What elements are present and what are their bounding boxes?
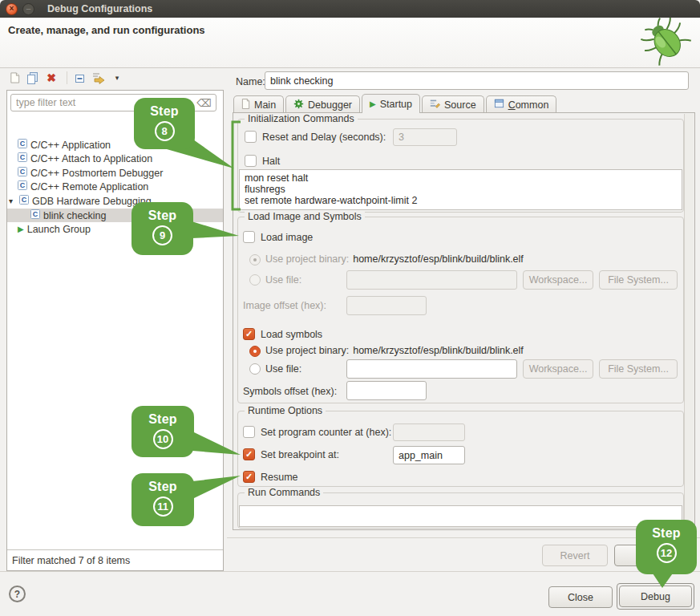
c-application-icon: C (18, 167, 27, 179)
symbols-workspace-button[interactable]: Workspace... (523, 359, 593, 379)
new-configuration-icon[interactable] (6, 71, 22, 85)
duplicate-configuration-icon[interactable] (25, 71, 41, 85)
toolbar-menu-caret-icon[interactable]: ▾ (109, 71, 125, 85)
collapse-all-icon[interactable] (72, 71, 88, 85)
image-file-input[interactable] (346, 270, 517, 290)
startup-tab-content: Initialization Commands ✓ Reset and Dela… (233, 112, 695, 530)
c-application-icon: C (19, 195, 29, 207)
filter-status: Filter matched 7 of 8 items (7, 549, 223, 570)
image-offset-input[interactable] (346, 296, 427, 315)
set-breakpoint-checkbox[interactable]: ✓ (243, 448, 255, 460)
dialog-header: Create, manage, and run configurations (0, 18, 700, 68)
tab-debugger[interactable]: Debugger (285, 95, 360, 113)
window-close-button[interactable]: × (6, 3, 18, 15)
source-pencil-icon (430, 99, 440, 111)
button-bar-separator (227, 537, 700, 538)
tree-item-label: GDB Hardware Debugging (32, 196, 152, 207)
run-commands-textarea[interactable] (239, 505, 682, 527)
minimize-icon: – (26, 5, 31, 13)
program-counter-input[interactable] (393, 424, 465, 441)
step-9-callout: Step 9 (132, 202, 193, 255)
name-label: Name: (236, 76, 265, 87)
image-project-binary-row: Use project binary: home/krzysztof/esp/b… (265, 253, 524, 265)
reset-delay-input[interactable] (393, 128, 457, 146)
symbols-offset-input[interactable] (346, 381, 427, 400)
name-input[interactable] (265, 71, 689, 90)
tree-item-label: C/C++ Application (30, 140, 111, 151)
group-title: Load Image and Symbols (245, 211, 365, 222)
play-icon: ▶ (370, 100, 376, 108)
load-image-symbols-group: Load Image and Symbols ✓ Load image Use … (237, 217, 684, 403)
symbols-file-input[interactable] (346, 359, 517, 379)
tab-common[interactable]: Common (486, 95, 557, 113)
symbols-filesystem-button[interactable]: File System... (599, 359, 678, 379)
tree-item-label: blink checking (43, 210, 107, 221)
tab-label: Common (508, 99, 549, 111)
debug-button-focus-ring: Debug (617, 583, 694, 610)
group-title: Run Commands (245, 487, 323, 498)
reset-and-delay-label: Reset and Delay (seconds): (262, 132, 386, 143)
use-file-label: Use file: (265, 363, 301, 375)
set-program-counter-checkbox[interactable]: ✓ (243, 426, 255, 438)
halt-label: Halt (262, 156, 280, 167)
tree-item-cpp-attach[interactable]: C C/C++ Attach to Application (7, 152, 223, 165)
project-binary-path: home/krzysztof/esp/blink/build/blink.elf (353, 253, 524, 265)
c-application-icon: C (18, 152, 27, 164)
tab-main[interactable]: Main (233, 95, 284, 113)
filter-launch-configurations-icon[interactable] (91, 71, 107, 85)
step-10-callout: Step 10 (132, 406, 194, 457)
delete-configuration-icon[interactable]: ✖ (43, 71, 59, 85)
resume-checkbox[interactable]: ✓ (243, 471, 255, 483)
callout-label: Step (148, 480, 176, 494)
tab-source[interactable]: Source (422, 95, 484, 113)
run-commands-group: Run Commands (237, 492, 684, 529)
help-button[interactable]: ? (9, 586, 26, 602)
image-workspace-button[interactable]: Workspace... (523, 270, 593, 290)
breakpoint-input[interactable] (393, 446, 465, 464)
window-title: Debug Configurations (47, 3, 152, 14)
window-icon (494, 99, 504, 111)
resume-label: Resume (261, 472, 298, 483)
project-binary-path: home/krzysztof/esp/blink/build/blink.elf (353, 345, 524, 356)
vertical-scrollbar[interactable] (684, 114, 694, 529)
load-symbols-checkbox[interactable]: ✓ (243, 328, 255, 340)
halt-checkbox[interactable]: ✓ (245, 155, 257, 167)
revert-button[interactable]: Revert (542, 545, 608, 566)
callout-label: Step (652, 526, 680, 541)
image-filesystem-button[interactable]: File System... (599, 270, 678, 290)
window-minimize-button[interactable]: – (22, 3, 34, 15)
svg-text:C: C (20, 168, 26, 176)
tree-item-label: C/C++ Postmortem Debugger (30, 168, 163, 179)
tab-startup[interactable]: ▶ Startup (362, 94, 420, 113)
tab-label: Startup (380, 99, 412, 110)
init-commands-textarea[interactable]: mon reset halt flushregs set remote hard… (239, 169, 682, 210)
document-icon (241, 99, 250, 111)
close-button[interactable]: Close (548, 586, 613, 608)
image-offset-label: Image offset (hex): (243, 300, 326, 311)
svg-text:C: C (22, 196, 27, 204)
help-icon: ? (14, 589, 20, 600)
expanded-arrow-icon[interactable]: ▾ (9, 197, 16, 205)
symbols-use-file-radio[interactable] (249, 363, 261, 375)
debug-button[interactable]: Debug (619, 586, 692, 607)
tree-item-cpp-remote[interactable]: C C/C++ Remote Application (7, 180, 223, 193)
group-title: Runtime Options (245, 405, 326, 416)
debug-configurations-dialog: × – Debug Configurations Create, manage,… (0, 0, 700, 616)
symbols-use-project-binary-radio[interactable] (249, 346, 261, 357)
clear-filter-icon[interactable]: ⌫ (197, 97, 212, 109)
svg-text:C: C (20, 153, 26, 161)
load-image-label: Load image (261, 232, 313, 243)
image-use-project-binary-radio[interactable] (249, 254, 261, 265)
load-image-checkbox[interactable]: ✓ (243, 231, 255, 243)
config-tabs: Main Debugger ▶ Startup Source Common (233, 95, 558, 113)
tree-item-label: Launch Group (27, 224, 91, 235)
tree-item-cpp-postmortem[interactable]: C C/C++ Postmortem Debugger (7, 166, 223, 180)
callout-number: 8 (155, 121, 175, 141)
c-application-icon: C (18, 180, 27, 192)
footer-separator (0, 571, 700, 572)
callout-label: Step (150, 104, 178, 119)
reset-and-delay-checkbox[interactable]: ✓ (245, 131, 257, 143)
image-use-file-radio[interactable] (249, 274, 261, 286)
svg-text:C: C (33, 210, 38, 218)
callout-number: 11 (153, 496, 173, 517)
